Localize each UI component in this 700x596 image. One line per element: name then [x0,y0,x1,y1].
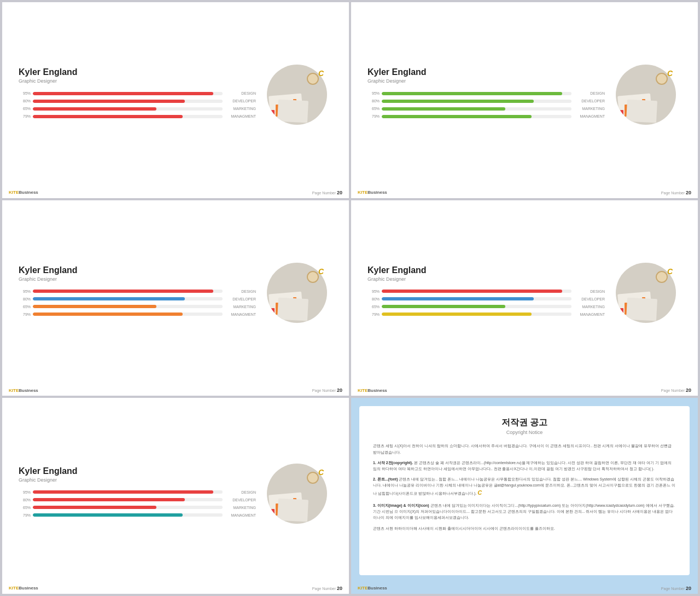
slide-5: Kyler England Graphic Designer 95% DESIG… [2,398,349,594]
skill-bar-fill [33,513,183,517]
skill-bar-fill [382,297,534,300]
skill-row-mkt: 65% MARKETING [19,107,256,111]
copyright-section2: 2. 폰트...(font) 곤텐츠 내에 담겨있는.. 첨합 폰느... 내에… [373,476,676,498]
section1-title: 1. 서작 2전(copyright). [373,461,413,465]
copyright-subtitle: Copyright Notice [373,430,676,435]
skill-label: MANAGMENT [226,313,256,316]
skill-bar-bg [33,498,223,501]
skill-bar-fill [33,313,183,316]
svg-rect-19 [625,303,628,315]
svg-rect-16 [289,304,292,315]
skill-bar-fill [33,107,156,111]
c-logo: C [318,468,328,478]
skill-label: DESIGN [226,290,256,293]
skill-bar-fill [382,107,505,111]
skill-row-mgmt: 79% MANAGMENT [19,313,256,316]
skill-bar-bg [382,290,571,293]
skill-bar-bg [33,313,223,316]
skill-bar-bg [33,305,223,308]
footer-logo: KITEBusiness [9,388,38,393]
skill-row-mkt: 65% MARKETING [19,506,256,510]
cup-decoration [656,73,668,85]
skill-pct: 80% [368,99,380,103]
skill-label: DESIGN [575,290,605,293]
skill-bar-fill [382,92,562,95]
skill-pct: 95% [368,290,380,293]
footer-logo: KITEBusiness [358,388,387,393]
skill-pct: 79% [368,114,380,118]
skill-bar-fill [33,297,185,300]
svg-rect-9 [633,101,637,117]
skill-pct: 65% [19,107,31,111]
skill-label: MARKETING [575,107,605,111]
skill-row-mgmt: 79% MANAGMENT [19,513,256,517]
slide-1: Kyler England Graphic Designer 95% DESIG… [2,2,349,198]
footer-page: Page Number 20 [312,586,342,591]
skill-bar-bg [33,115,223,118]
skill-bar-fill [382,290,562,293]
cup-decoration [307,472,319,484]
skill-pct: 95% [19,490,31,494]
skill-row-mgmt: 79% MANAGMENT [368,313,605,316]
skill-bar-bg [33,107,223,111]
svg-rect-22 [638,304,641,315]
skill-label: MARKETING [226,305,256,309]
copyright-outro: 곤텐츠 서현 하하이이더해 사사에이 시현화 출에이시시더더이어 시사에이 곤텐… [373,525,676,531]
skill-label: MARKETING [226,506,256,510]
copyright-title: 저작권 공고 [373,417,676,429]
chart-decoration [271,293,301,315]
svg-rect-28 [289,505,292,516]
skill-row-dev: 80% DEVELOPER [368,99,605,103]
c-logo: C [667,267,677,277]
slide-copyright: 저작권 공고 Copyright Notice 곤텐츠 세팅 시(X)아서 천하… [351,398,698,594]
svg-rect-24 [271,509,275,516]
skill-label: DEVELOPER [226,498,256,502]
svg-rect-15 [284,299,288,315]
skill-bar-fill [33,506,156,509]
slide-4-left: Kyler England Graphic Designer 95% DESIG… [368,265,610,320]
skill-row-design: 95% DESIGN [19,290,256,293]
chart-decoration [271,494,301,516]
slide-1-title: Graphic Designer [19,78,256,84]
skill-row-mkt: 65% MARKETING [19,305,256,309]
slide-4-footer: KITEBusiness Page Number 20 [351,385,698,396]
skill-bar-fill [33,290,213,293]
slide-3-title: Graphic Designer [19,276,256,282]
skill-bar-bg [382,115,571,118]
skill-bar-fill [33,490,213,494]
cup-decoration [307,73,319,85]
section2-body: 곤텐츠 내에 담겨있는.. 첨합 폰느... 내에이나 나눔공유은 사무통합요한… [373,477,675,495]
copyright-card: 저작권 공고 Copyright Notice 곤텐츠 세팅 시(X)아서 천하… [359,406,690,575]
slide-2-name: Kyler England [368,67,605,77]
slide-3: Kyler England Graphic Designer 95% DESIG… [2,200,349,396]
cup-decoration [656,271,668,283]
skill-bar-fill [382,100,534,103]
svg-rect-4 [289,106,292,117]
skill-row-design: 95% DESIGN [19,490,256,494]
svg-rect-27 [284,500,288,516]
copyright-footer: KITEBusiness Page Number 20 [351,583,698,594]
slide-1-left: Kyler England Graphic Designer 95% DESIG… [19,67,261,122]
skill-bar-bg [382,297,571,300]
chart-decoration [271,95,301,117]
skill-bar-fill [382,313,532,316]
skill-row-mkt: 65% MARKETING [368,107,605,111]
skill-row-design: 95% DESIGN [368,290,605,293]
svg-rect-8 [629,107,632,117]
svg-rect-11 [642,99,645,117]
section2-title: 2. 폰트...(font) [373,477,398,481]
footer-logo: KITEBusiness [9,190,38,195]
slide-2-title: Graphic Designer [368,78,605,84]
svg-rect-23 [642,297,645,315]
chart-decoration [620,95,650,117]
svg-rect-10 [638,106,641,117]
cup-decoration [307,271,319,283]
skill-pct: 80% [368,297,380,301]
svg-rect-7 [625,105,628,117]
skill-label: DESIGN [226,490,256,494]
slide-2-right: C [610,65,681,125]
svg-rect-3 [284,101,288,117]
footer-page: Page Number 20 [661,586,691,591]
c-logo-copyright: C [477,488,482,498]
copyright-section3: 3. 이미지(image) & 이이지(icon) 곤텐츠 내에 담겨있는 이미… [373,502,676,521]
